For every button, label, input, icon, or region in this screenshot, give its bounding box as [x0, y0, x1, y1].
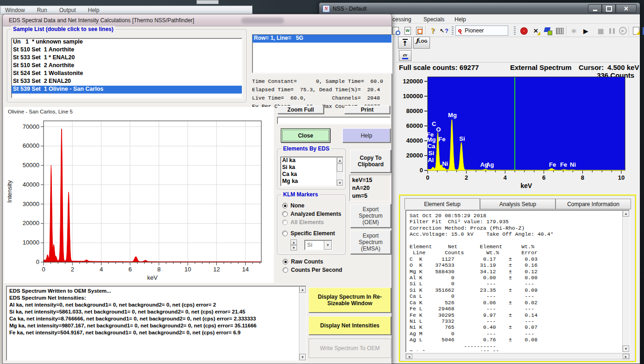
menu-help[interactable]: Help [88, 7, 100, 13]
context-help-icon[interactable] [439, 25, 449, 36]
element-line-item[interactable]: Si ka [281, 164, 343, 171]
display-settings-icon[interactable] [543, 25, 553, 36]
menu-run[interactable]: Run [37, 7, 47, 13]
combo-dropdown-arrow[interactable] [324, 240, 332, 250]
klm-specific-radio[interactable]: Specific Element [282, 230, 335, 237]
sample-list-item[interactable]: Un 1 * unknown sample [12, 38, 242, 46]
svg-text:Ca: Ca [428, 143, 436, 150]
spinner-down-arrow[interactable] [290, 245, 297, 251]
results-hscrollbar[interactable] [405, 353, 630, 359]
display-net-intensities-button[interactable]: Display Net Intensities [309, 316, 391, 335]
scroll-left-arrow[interactable] [406, 354, 412, 359]
svg-text:10: 10 [618, 174, 625, 181]
eds-spectrum-chart[interactable]: Olivine - San Carlos, Line 5 01000020000… [4, 107, 274, 283]
raw-counts-radio[interactable]: Raw Counts [283, 258, 323, 265]
nss-spectrum-chart[interactable]: 0200004000060000800001000001200000246810… [396, 74, 637, 190]
element-spinner[interactable] [290, 239, 297, 251]
full-scale-up-button[interactable] [398, 37, 412, 49]
klm-analyzed-radio[interactable]: Analyzed Elements [282, 211, 341, 217]
scroll-up-arrow[interactable] [299, 286, 306, 293]
export-spectrum-emsa-button[interactable]: Export Spectrum (EMSA) [350, 230, 391, 254]
menu-output[interactable]: Output [59, 7, 76, 13]
scroll-right-arrow[interactable] [623, 354, 629, 359]
sample-list-item[interactable]: St 510 Set 1 Anorthite [12, 46, 242, 54]
svg-text:Fe: Fe [438, 136, 445, 143]
menu-processing[interactable]: cessing [392, 16, 411, 23]
beam-coil-icon[interactable] [518, 25, 529, 36]
svg-text:0: 0 [36, 258, 39, 265]
close-dialog-button[interactable]: Close [281, 128, 330, 143]
clipped-toolbar-icon[interactable] [639, 25, 644, 36]
display-spectrum-button[interactable]: Display Spectrum In Re-Sizeable Window [309, 288, 391, 313]
microscope-select[interactable]: Pioneer [455, 25, 508, 36]
element-line-item[interactable]: Al ka [281, 157, 343, 164]
ev-scale-button[interactable]: ev [399, 50, 411, 61]
tab-analysis-setup[interactable]: Analysis Setup [480, 199, 556, 209]
message-field[interactable] [277, 117, 391, 124]
acquisition-conditions: keV=15 nA=20 um=5 [349, 175, 391, 201]
svg-text:60000: 60000 [23, 142, 39, 149]
sample-list-item[interactable]: St 510 Set 2 Anorthite [12, 62, 242, 70]
zoom-full-button[interactable]: Zoom Full [278, 106, 324, 114]
toolbar-separator [566, 25, 567, 36]
pause-icon[interactable] [606, 25, 617, 36]
scroll-down-arrow[interactable] [623, 345, 629, 352]
log-vscrollbar[interactable] [299, 286, 306, 360]
print-button[interactable]: Print [344, 106, 390, 114]
write-spectrum-oem-button: Write Spectrum To OEM [309, 339, 391, 358]
results-vscrollbar[interactable] [622, 210, 629, 352]
stop-icon[interactable] [595, 25, 606, 36]
sample-list-item[interactable]: St 533 Set 2 ENAL20 [12, 78, 242, 86]
counts-per-second-radio[interactable]: Counts Per Second [283, 267, 342, 273]
elements-scrollbar[interactable] [336, 157, 343, 186]
sample-list-item[interactable]: St 533 Set 1 * ENAL20 [12, 54, 242, 62]
tab-compare-information[interactable]: Compare Information [556, 199, 631, 209]
scroll-up-arrow[interactable] [623, 210, 629, 217]
specific-element-value: Si [307, 242, 312, 248]
menu-nss-help[interactable]: Help [455, 16, 466, 23]
line-listbox[interactable]: Row= 1, Line= 5G [252, 34, 392, 73]
sample-listbox[interactable]: Un 1 * unknown sample St 510 Set 1 Anort… [11, 38, 242, 98]
menu-specials[interactable]: Specials [423, 16, 444, 23]
start-acquisition-icon[interactable] [581, 25, 591, 36]
element-line-item[interactable]: Mg ka [281, 178, 343, 185]
spinner-up-arrow[interactable] [290, 239, 297, 245]
close-button[interactable] [616, 4, 637, 13]
filmstrip-icon[interactable] [555, 25, 565, 36]
nss-spectrum-svg[interactable]: 0200004000060000800001000001200000246810… [396, 74, 637, 190]
element-line-item[interactable]: Ca ka [281, 171, 343, 178]
scroll-down-arrow[interactable] [337, 180, 343, 186]
export-document-icon[interactable] [414, 25, 424, 36]
new-acquisition-icon[interactable] [568, 25, 579, 36]
eds-title-bar[interactable]: EDS Spectral Data and Net Intensity Calc… [3, 14, 391, 26]
sample-list-item[interactable]: St 524 Set 1 Wollastonite [12, 70, 242, 78]
maximize-button[interactable] [602, 4, 616, 13]
elements-listbox[interactable]: Al ka Si ka Ca ka Mg ka [280, 157, 343, 186]
toolbar-drag-handle[interactable] [452, 26, 454, 35]
klm-none-radio[interactable]: None [282, 202, 304, 209]
klm-markers-group: KLM Markers None Analyzed Elements All E… [277, 195, 346, 255]
results-text-area[interactable]: Sat Oct 20 08:55:29 2018 Filter Fit Chi²… [405, 210, 630, 352]
tab-element-setup[interactable]: Element Setup [404, 198, 480, 210]
scroll-up-arrow[interactable] [337, 157, 343, 163]
eds-window[interactable]: EDS Spectral Data and Net Intensity Calc… [2, 14, 392, 364]
minimize-button[interactable] [588, 4, 602, 13]
copy-to-clipboard-button[interactable]: Copy To Clipboard [350, 150, 391, 173]
word-report-icon[interactable] [402, 25, 413, 36]
export-spectrum-oem-button[interactable]: Export Spectrum (OEM) [350, 204, 391, 228]
log-scale-button[interactable]: LOG [413, 37, 430, 49]
sample-list-item-selected[interactable]: St 539 Set 1 Olivine - San Carlos [12, 86, 242, 94]
delete-analysis-icon[interactable] [530, 25, 541, 36]
line-list-item-selected[interactable]: Row= 1, Line= 5G [253, 35, 391, 43]
svg-text:0: 0 [42, 266, 45, 273]
scroll-down-arrow[interactable] [299, 354, 306, 360]
toolbar-drag-handle[interactable] [514, 26, 516, 35]
specific-element-combo[interactable]: Si [304, 240, 332, 250]
help-button[interactable]: Help [342, 128, 391, 143]
menu-window[interactable]: Window [5, 7, 25, 13]
help-icon[interactable] [428, 25, 438, 36]
scroll-thumb[interactable] [337, 163, 343, 172]
log-text-area[interactable]: EDS Spectrum Written to OEM System... ED… [6, 286, 306, 361]
resume-icon[interactable] [618, 25, 628, 36]
eds-spectrum-svg[interactable]: 0100002000030000400005000060000700000246… [4, 107, 274, 283]
